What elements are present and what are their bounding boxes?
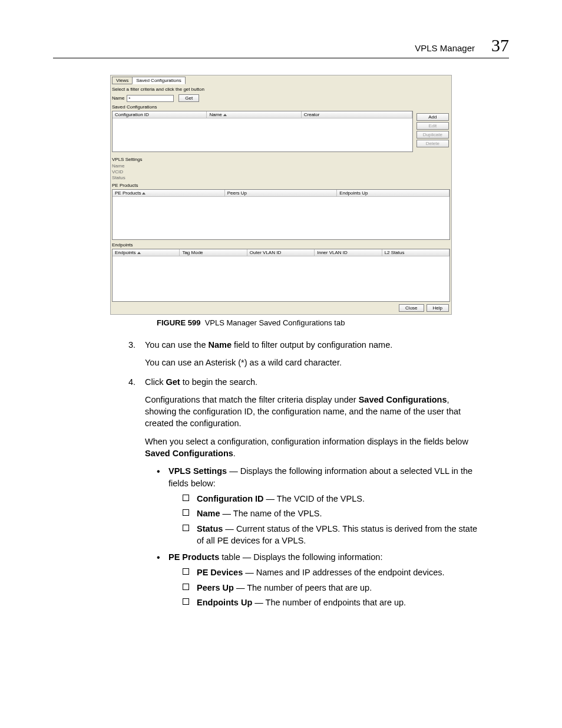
bullet-vpls-settings: VPLS Settings — Displays the following i… <box>157 465 480 546</box>
col-outer-vlan[interactable]: Outer VLAN ID <box>247 249 315 256</box>
col-l2-status[interactable]: L2 Status <box>382 249 449 256</box>
col-peers-up[interactable]: Peers Up <box>225 190 338 196</box>
box-status: Status — Current status of the VPLS. Thi… <box>183 523 480 547</box>
sort-asc-icon <box>142 192 146 195</box>
step-3-sub: You can use an Asterisk (*) as a wild ca… <box>145 357 480 368</box>
step-4-text: Click Get to begin the search. <box>145 376 480 388</box>
col-pe-products[interactable]: PE Products <box>113 190 225 196</box>
endpoints-title: Endpoints <box>112 242 450 248</box>
step-4-p2: When you select a configuration, configu… <box>145 436 480 460</box>
col-creator[interactable]: Creator <box>302 111 412 118</box>
box-pe-devices: PE Devices — Names and IP addresses of t… <box>183 566 480 578</box>
tab-saved-configurations[interactable]: Saved Configurations <box>132 77 186 84</box>
step-4-p1: Configurations that match the filter cri… <box>145 394 480 430</box>
step-number-4: 4. <box>128 376 145 614</box>
box-configuration-id: Configuration ID — The VCID of the VPLS. <box>183 493 480 505</box>
get-button[interactable]: Get <box>178 94 199 102</box>
box-name: Name — The name of the VPLS. <box>183 508 480 519</box>
tab-views[interactable]: Views <box>112 77 133 84</box>
sort-asc-icon <box>137 252 141 254</box>
saved-configs-table[interactable]: Configuration ID Name Creator <box>112 111 413 152</box>
filter-instruction: Select a filter criteria and click the g… <box>112 87 450 92</box>
close-button[interactable]: Close <box>399 304 424 312</box>
col-endpoints[interactable]: Endpoints <box>113 249 180 256</box>
name-input[interactable]: * <box>127 95 174 102</box>
chapter-number: 37 <box>491 35 509 55</box>
figure-caption: FIGURE 599 VPLS Manager Saved Configurat… <box>157 318 509 327</box>
step-3-text: You can use the Name field to filter out… <box>145 339 480 351</box>
label-vcid: VCID <box>112 169 134 174</box>
name-label: Name <box>112 95 124 101</box>
help-button[interactable]: Help <box>427 304 449 312</box>
vpls-settings-title: VPLS Settings <box>112 157 450 162</box>
saved-configs-title: Saved Configurations <box>112 104 450 110</box>
step-number-3: 3. <box>128 339 145 369</box>
col-inner-vlan[interactable]: Inner VLAN ID <box>315 249 382 256</box>
label-status: Status <box>112 175 134 180</box>
endpoints-table[interactable]: Endpoints Tag Mode Outer VLAN ID Inner V… <box>112 249 450 302</box>
screenshot-figure: Views Saved Configurations Select a filt… <box>110 75 452 315</box>
pe-products-table[interactable]: PE Products Peers Up Endpoints Up <box>112 189 450 240</box>
delete-button[interactable]: Delete <box>416 140 449 147</box>
col-name[interactable]: Name <box>207 111 301 118</box>
col-endpoints-up[interactable]: Endpoints Up <box>337 190 449 196</box>
edit-button[interactable]: Edit <box>416 122 449 130</box>
box-endpoints-up: Endpoints Up — The number of endpoints t… <box>183 597 480 608</box>
add-button[interactable]: Add <box>416 113 449 121</box>
col-tag-mode[interactable]: Tag Mode <box>180 249 247 256</box>
bullet-pe-products: PE Products table — Displays the followi… <box>157 551 480 608</box>
figure-label: FIGURE 599 <box>157 318 200 327</box>
sort-asc-icon <box>223 114 227 116</box>
figure-text: VPLS Manager Saved Configurations tab <box>205 318 345 327</box>
col-configuration-id[interactable]: Configuration ID <box>113 111 207 118</box>
duplicate-button[interactable]: Duplicate <box>416 131 449 139</box>
box-peers-up: Peers Up — The number of peers that are … <box>183 582 480 594</box>
header-title: VPLS Manager <box>415 43 475 53</box>
pe-products-title: PE Products <box>112 183 450 188</box>
label-name: Name <box>112 163 134 169</box>
running-header: VPLS Manager 37 <box>53 35 509 58</box>
